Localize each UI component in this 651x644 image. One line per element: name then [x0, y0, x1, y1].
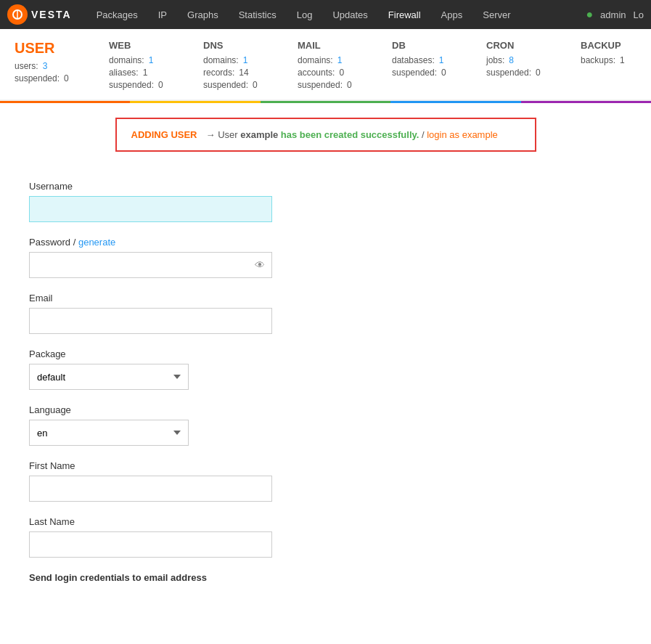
username-label: Username — [29, 181, 406, 192]
firstname-input[interactable] — [29, 476, 272, 502]
stats-users-row: users: 3 — [15, 61, 94, 71]
stats-dns: DNS domains:1 records:14 suspended:0 — [203, 40, 298, 92]
dns-suspended-label: suspended: — [203, 80, 248, 90]
nav-item-firewall[interactable]: Firewall — [378, 0, 431, 29]
email-input[interactable] — [29, 308, 272, 334]
notification-label: ADDING USER — [131, 129, 197, 140]
stats-cron-title: CRON — [486, 40, 566, 51]
stats-mail-title: MAIL — [298, 40, 377, 51]
password-wrapper: 👁 — [29, 252, 272, 278]
lastname-input[interactable] — [29, 531, 272, 558]
firstname-group: First Name — [29, 460, 406, 502]
logo-icon — [7, 4, 28, 25]
language-label: Language — [29, 404, 406, 415]
cron-suspended-label: suspended: — [486, 68, 531, 78]
nav-item-log[interactable]: Log — [287, 0, 323, 29]
nav-item-server[interactable]: Server — [472, 0, 520, 29]
stats-users-label: users: — [15, 61, 38, 71]
stats-db: DB databases:1 suspended:0 — [392, 40, 486, 92]
stats-db-title: DB — [392, 40, 472, 51]
stats-backup-title: BACKUP — [581, 40, 651, 51]
email-group: Email — [29, 293, 406, 334]
mail-domains-label: domains: — [298, 55, 333, 65]
dns-suspended-value: 0 — [253, 80, 258, 90]
mail-accounts-label: accounts: — [298, 68, 335, 78]
username-input[interactable] — [29, 196, 272, 222]
web-suspended-value: 0 — [158, 80, 163, 90]
db-suspended-value: 0 — [441, 68, 446, 78]
notification-message: → User example has been created successf… — [206, 129, 498, 140]
language-select[interactable]: en — [29, 420, 189, 446]
web-aliases-value: 1 — [143, 68, 148, 78]
notification-box: ADDING USER → User example has been crea… — [115, 118, 536, 152]
stats-dns-title: DNS — [203, 40, 283, 51]
cron-suspended-value: 0 — [536, 68, 541, 78]
mail-accounts-value: 0 — [339, 68, 344, 78]
nav-logout[interactable]: Lo — [634, 9, 644, 20]
db-databases-label: databases: — [392, 55, 435, 65]
password-input[interactable] — [29, 252, 272, 278]
stats-backup: BACKUP backups:1 — [581, 40, 651, 92]
lastname-group: Last Name — [29, 516, 406, 558]
color-bar — [0, 101, 651, 103]
nav-item-packages[interactable]: Packages — [86, 0, 148, 29]
stats-web-title: WEB — [109, 40, 189, 51]
cron-jobs-label: jobs: — [486, 55, 504, 65]
logo-text: VESTA — [31, 9, 72, 20]
navbar: VESTA Packages IP Graphs Statistics Log … — [0, 0, 651, 29]
password-label: Password / generate — [29, 237, 406, 248]
dns-records-value: 14 — [239, 68, 248, 78]
stats-header: USER users: 3 suspended: 0 WEB domains:1… — [0, 29, 651, 101]
eye-icon[interactable]: 👁 — [255, 259, 265, 271]
web-suspended-label: suspended: — [109, 80, 154, 90]
backup-backups-value: 1 — [620, 55, 625, 65]
firstname-label: First Name — [29, 460, 406, 471]
nav-username[interactable]: admin — [600, 9, 626, 20]
mail-domains-value[interactable]: 1 — [337, 55, 343, 65]
stats-mail: MAIL domains:1 accounts:0 suspended:0 — [298, 40, 392, 92]
dns-domains-label: domains: — [203, 55, 239, 65]
web-domains-label: domains: — [109, 55, 144, 65]
nav-item-apps[interactable]: Apps — [431, 0, 473, 29]
backup-backups-label: backups: — [581, 55, 615, 65]
generate-link[interactable]: generate — [78, 237, 115, 248]
language-group: Language en — [29, 404, 406, 446]
dns-records-label: records: — [203, 68, 234, 78]
stats-users-value[interactable]: 3 — [43, 61, 48, 71]
notif-login-link[interactable]: login as example — [427, 129, 498, 140]
main-form: Username Password / generate 👁 Email Pac… — [0, 166, 435, 612]
stats-user: USER users: 3 suspended: 0 — [15, 40, 109, 92]
password-group: Password / generate 👁 — [29, 237, 406, 278]
nav-item-ip[interactable]: IP — [148, 0, 177, 29]
lastname-label: Last Name — [29, 516, 406, 527]
stats-web: WEB domains:1 aliases:1 suspended:0 — [109, 40, 203, 92]
stats-cron: CRON jobs:8 suspended:0 — [486, 40, 581, 92]
nav-item-statistics[interactable]: Statistics — [229, 0, 287, 29]
nav-item-graphs[interactable]: Graphs — [177, 0, 229, 29]
bell-icon[interactable]: ● — [586, 8, 593, 21]
stats-suspended-row: suspended: 0 — [15, 73, 94, 83]
cron-jobs-value[interactable]: 8 — [509, 55, 514, 65]
nav-items: Packages IP Graphs Statistics Log Update… — [86, 0, 586, 29]
web-domains-value[interactable]: 1 — [149, 55, 154, 65]
email-label: Email — [29, 293, 406, 303]
package-group: Package default — [29, 349, 406, 390]
dns-domains-value[interactable]: 1 — [243, 55, 248, 65]
package-label: Package — [29, 349, 406, 359]
mail-suspended-label: suspended: — [298, 80, 343, 90]
db-suspended-label: suspended: — [392, 68, 437, 78]
package-select[interactable]: default — [29, 364, 189, 390]
stats-user-title: USER — [15, 40, 94, 57]
db-databases-value[interactable]: 1 — [439, 55, 444, 65]
stats-suspended-label: suspended: — [15, 73, 60, 83]
stats-suspended-value: 0 — [64, 73, 69, 83]
nav-right: ● admin Lo — [586, 8, 644, 21]
web-aliases-label: aliases: — [109, 68, 139, 78]
logo[interactable]: VESTA — [7, 4, 72, 25]
nav-item-updates[interactable]: Updates — [322, 0, 377, 29]
send-credentials-group: Send login credentials to email address — [29, 572, 406, 583]
mail-suspended-value: 0 — [347, 80, 352, 90]
username-group: Username — [29, 181, 406, 222]
send-credentials-label: Send login credentials to email address — [29, 572, 207, 583]
